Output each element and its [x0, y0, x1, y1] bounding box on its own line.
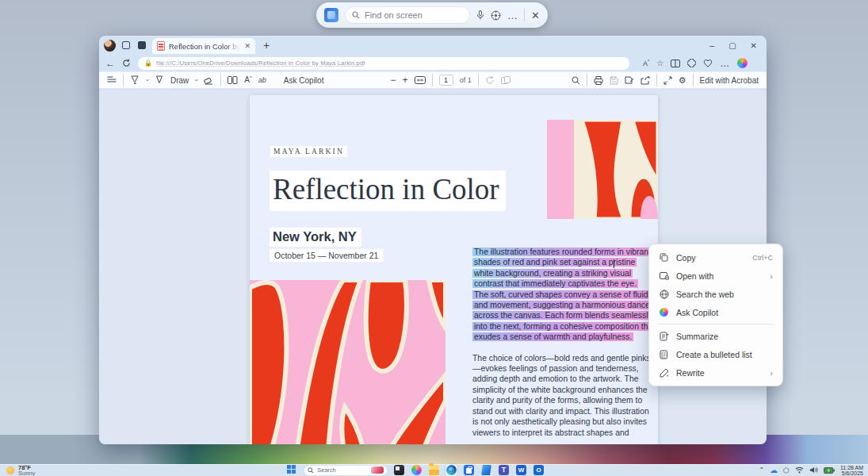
tray-time: 11:28 AM: [840, 465, 863, 470]
doc-dates: October 15 — November 21: [270, 249, 383, 262]
save-as-icon[interactable]: [625, 76, 634, 85]
tray-date: 5/6/2025: [840, 470, 863, 476]
table-of-contents-icon[interactable]: [107, 76, 117, 84]
weather-widget[interactable]: 78°F Sunny: [6, 464, 35, 476]
summarize-icon: [659, 332, 669, 341]
open-with-icon: [659, 271, 669, 280]
favorites-star-icon[interactable]: ☆: [656, 59, 663, 67]
browser-essentials-icon[interactable]: [703, 59, 713, 67]
new-tab-button[interactable]: +: [263, 39, 270, 52]
rotate-icon[interactable]: [485, 75, 495, 85]
menu-item-bulleted-list[interactable]: Create a bulleted list: [652, 345, 779, 363]
draw-label[interactable]: Draw: [170, 76, 189, 85]
highlighter-icon[interactable]: [130, 75, 140, 85]
word-app-icon[interactable]: [516, 465, 526, 475]
hl-line: contrast that immediately captivates the…: [472, 279, 638, 288]
edge-active-indicator: [445, 464, 457, 476]
lens-settings-icon[interactable]: [491, 10, 501, 21]
profile-avatar[interactable]: [104, 40, 116, 52]
browser-navbar: ← 🔒 file:///C:/Users/OneDrive/Downloads/…: [99, 55, 767, 71]
submenu-chevron-icon: ›: [770, 368, 773, 378]
microsoft-365-icon[interactable]: [481, 465, 491, 475]
copilot-icon: [659, 308, 669, 317]
microsoft-store-icon[interactable]: [464, 465, 474, 475]
edit-with-acrobat-button[interactable]: Edit with Acrobat: [700, 76, 759, 85]
add-text-icon[interactable]: A^: [244, 75, 252, 84]
draw-pen-icon[interactable]: [155, 75, 164, 85]
fit-to-width-icon[interactable]: [415, 76, 426, 84]
battery-icon[interactable]: [824, 467, 835, 474]
search-document-icon[interactable]: [572, 76, 580, 85]
settings-more-icon[interactable]: …: [720, 58, 730, 69]
tab-actions-icon[interactable]: [136, 40, 147, 51]
lock-icon: 🔒: [144, 60, 152, 67]
menu-item-open-with[interactable]: Open with ›: [652, 267, 779, 285]
zoom-out-icon[interactable]: −: [391, 75, 396, 86]
ask-copilot-button[interactable]: Ask Copilot: [284, 76, 324, 85]
doc-title: Reflection in Color: [270, 171, 506, 211]
start-button[interactable]: [287, 465, 297, 475]
hl-line: and movement, suggesting a harmonious da…: [472, 301, 652, 309]
sun-icon: [6, 466, 14, 474]
menu-item-ask-copilot[interactable]: Ask Copilot: [652, 303, 779, 321]
print-icon[interactable]: [594, 76, 603, 85]
eraser-icon[interactable]: [204, 76, 214, 85]
maximize-button[interactable]: ▢: [728, 41, 736, 50]
doc-author: MAYA LARKIN: [270, 146, 347, 157]
hl-line: The illustration features rounded forms …: [472, 248, 652, 256]
read-aloud-doc-icon[interactable]: ab: [258, 76, 266, 84]
doc-text-column: The illustration features rounded forms …: [472, 247, 640, 438]
close-button[interactable]: ✕: [751, 41, 757, 50]
bulleted-list-icon: [659, 350, 669, 359]
thumbnails-icon[interactable]: [501, 76, 511, 84]
submenu-chevron-icon: ›: [770, 271, 773, 281]
second-paragraph: The choice of colors—bold reds and gentl…: [472, 353, 640, 438]
minimize-button[interactable]: –: [710, 41, 715, 50]
hl-line: across the canvas. Each form blends seam…: [472, 311, 654, 320]
find-on-screen-input[interactable]: Find on screen: [345, 6, 470, 24]
url-text: file:///C:/Users/OneDrive/Downloads/Refl…: [156, 60, 365, 67]
address-bar[interactable]: 🔒 file:///C:/Users/OneDrive/Downloads/Re…: [138, 57, 629, 70]
menu-item-summarize[interactable]: Summarize: [652, 327, 779, 345]
read-aloud-icon[interactable]: Aⁿ: [643, 59, 649, 67]
tab-reflection-in-color[interactable]: Reflection in Color by Maya Lar ✕: [152, 38, 255, 54]
taskbar-app-dark-icon[interactable]: [394, 465, 404, 475]
workspaces-icon[interactable]: [120, 40, 132, 51]
copilot-app-icon[interactable]: [411, 465, 422, 475]
tab-close-icon[interactable]: ✕: [244, 42, 250, 50]
hl-line: into the next, forming a cohesive compos…: [472, 322, 656, 331]
close-find-bar-icon[interactable]: ✕: [531, 10, 540, 21]
menu-item-copy[interactable]: Copy Ctrl+C: [652, 248, 779, 267]
save-icon[interactable]: [610, 76, 618, 85]
text-cursor: [614, 259, 614, 268]
extensions-icon[interactable]: [687, 59, 696, 67]
onedrive-cloud-icon[interactable]: ☁: [770, 466, 778, 474]
fullscreen-icon[interactable]: [663, 76, 672, 85]
page-view-icon[interactable]: [228, 76, 238, 84]
file-explorer-icon[interactable]: [429, 465, 439, 475]
microphone-icon[interactable]: [476, 10, 484, 20]
volume-icon[interactable]: [809, 466, 818, 474]
share-icon[interactable]: [640, 76, 650, 85]
highlighter-dropdown-icon[interactable]: ›: [143, 79, 151, 82]
hexagon-tray-icon[interactable]: ⬡: [783, 466, 790, 474]
refresh-icon[interactable]: [122, 59, 131, 67]
hidden-icons-chevron[interactable]: ⌃: [759, 466, 764, 474]
taskbar-search[interactable]: Search: [304, 466, 387, 475]
wifi-icon[interactable]: [795, 466, 804, 474]
zoom-in-icon[interactable]: +: [403, 75, 408, 86]
menu-item-search-web[interactable]: Search the web: [652, 285, 779, 303]
teams-app-icon[interactable]: [499, 465, 509, 475]
edge-app-icon[interactable]: [446, 465, 457, 475]
highlighted-paragraph[interactable]: The illustration features rounded forms …: [472, 247, 640, 343]
outlook-app-icon[interactable]: [533, 465, 544, 475]
more-options-icon[interactable]: …: [507, 10, 518, 21]
page-number-input[interactable]: 1: [439, 75, 453, 86]
clock[interactable]: 11:28 AM 5/6/2025: [840, 465, 863, 476]
menu-item-rewrite[interactable]: Rewrite ›: [652, 363, 779, 382]
back-icon[interactable]: ←: [105, 58, 115, 69]
split-screen-icon[interactable]: [671, 60, 680, 67]
draw-dropdown-icon[interactable]: ›: [193, 79, 201, 82]
pdf-settings-gear-icon[interactable]: ⚙: [679, 75, 686, 86]
copilot-icon[interactable]: [737, 58, 748, 68]
